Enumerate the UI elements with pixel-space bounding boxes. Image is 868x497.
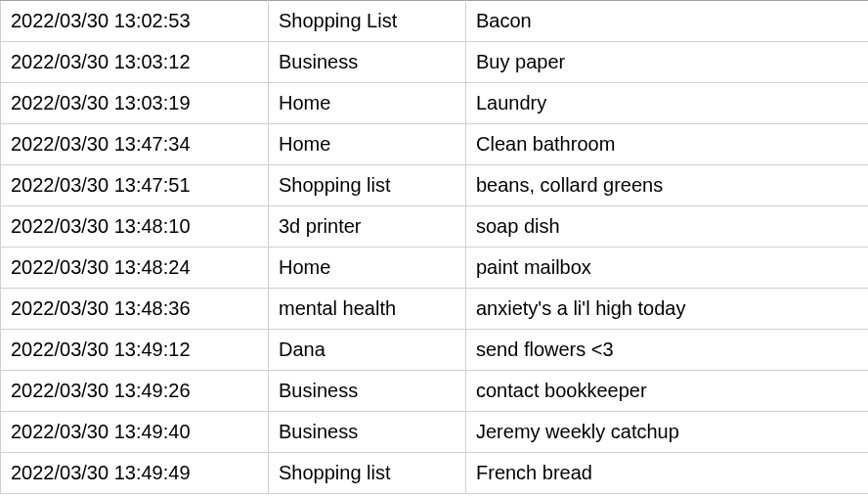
cell-timestamp[interactable]: 2022/03/30 13:49:26 — [1, 371, 269, 412]
cell-category[interactable]: Dana — [269, 330, 466, 371]
cell-timestamp[interactable]: 2022/03/30 13:48:36 — [1, 289, 269, 330]
cell-item[interactable]: paint mailbox — [466, 248, 869, 289]
cell-timestamp[interactable]: 2022/03/30 13:49:12 — [1, 330, 269, 371]
cell-item[interactable]: Clean bathroom — [466, 124, 869, 165]
cell-category[interactable]: Home — [269, 248, 466, 289]
table-row[interactable]: 2022/03/30 13:49:40 Business Jeremy week… — [1, 412, 869, 453]
cell-timestamp[interactable]: 2022/03/30 13:47:34 — [1, 124, 269, 165]
cell-item[interactable]: Bacon — [466, 1, 869, 42]
cell-timestamp[interactable]: 2022/03/30 13:02:53 — [1, 1, 269, 42]
cell-item[interactable]: soap dish — [466, 206, 869, 248]
cell-item[interactable]: Jeremy weekly catchup — [466, 412, 869, 453]
cell-category[interactable]: Shopping list — [269, 165, 466, 206]
notes-table: 2022/03/30 13:02:53 Shopping List Bacon … — [0, 0, 868, 494]
table-row[interactable]: 2022/03/30 13:03:19 Home Laundry — [1, 83, 869, 124]
table-row[interactable]: 2022/03/30 13:48:24 Home paint mailbox — [1, 248, 869, 289]
cell-category[interactable]: Home — [269, 124, 466, 165]
table-row[interactable]: 2022/03/30 13:03:12 Business Buy paper — [1, 42, 869, 83]
cell-item[interactable]: Laundry — [466, 83, 869, 124]
cell-item[interactable]: contact bookkeeper — [466, 371, 869, 412]
cell-timestamp[interactable]: 2022/03/30 13:49:49 — [1, 453, 269, 494]
cell-timestamp[interactable]: 2022/03/30 13:47:51 — [1, 165, 269, 206]
table-row[interactable]: 2022/03/30 13:47:34 Home Clean bathroom — [1, 124, 869, 165]
cell-category[interactable]: Home — [269, 83, 466, 124]
table-row[interactable]: 2022/03/30 13:49:49 Shopping list French… — [1, 453, 869, 494]
cell-item[interactable]: beans, collard greens — [466, 165, 869, 206]
cell-item[interactable]: Buy paper — [466, 42, 869, 83]
table-row[interactable]: 2022/03/30 13:48:10 3d printer soap dish — [1, 206, 869, 248]
cell-timestamp[interactable]: 2022/03/30 13:48:24 — [1, 248, 269, 289]
cell-timestamp[interactable]: 2022/03/30 13:48:10 — [1, 206, 269, 248]
cell-timestamp[interactable]: 2022/03/30 13:49:40 — [1, 412, 269, 453]
table-row[interactable]: 2022/03/30 13:47:51 Shopping list beans,… — [1, 165, 869, 206]
cell-category[interactable]: 3d printer — [269, 206, 466, 248]
cell-timestamp[interactable]: 2022/03/30 13:03:12 — [1, 42, 269, 83]
cell-category[interactable]: Shopping List — [269, 1, 466, 42]
cell-category[interactable]: mental health — [269, 289, 466, 330]
cell-category[interactable]: Shopping list — [269, 453, 466, 494]
cell-item[interactable]: send flowers <3 — [466, 330, 869, 371]
table-row[interactable]: 2022/03/30 13:48:36 mental health anxiet… — [1, 289, 869, 330]
table-row[interactable]: 2022/03/30 13:49:26 Business contact boo… — [1, 371, 869, 412]
cell-item[interactable]: French bread — [466, 453, 869, 494]
cell-category[interactable]: Business — [269, 371, 466, 412]
cell-timestamp[interactable]: 2022/03/30 13:03:19 — [1, 83, 269, 124]
table-row[interactable]: 2022/03/30 13:02:53 Shopping List Bacon — [1, 1, 869, 42]
cell-category[interactable]: Business — [269, 412, 466, 453]
cell-category[interactable]: Business — [269, 42, 466, 83]
cell-item[interactable]: anxiety's a li'l high today — [466, 289, 869, 330]
table-row[interactable]: 2022/03/30 13:49:12 Dana send flowers <3 — [1, 330, 869, 371]
